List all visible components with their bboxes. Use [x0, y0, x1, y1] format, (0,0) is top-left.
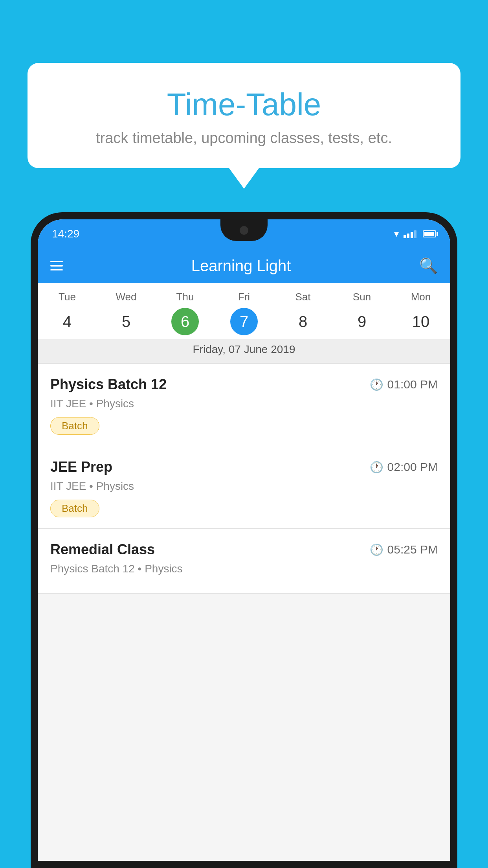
phone-inner: 14:29 ▾ — [38, 219, 450, 861]
day-name: Thu — [176, 291, 194, 303]
selected-date-label: Friday, 07 June 2019 — [38, 339, 450, 363]
day-name: Wed — [116, 291, 137, 303]
class-meta: Physics Batch 12 • Physics — [50, 563, 438, 575]
batch-tag: Batch — [50, 417, 99, 435]
clock-icon: 🕐 — [370, 461, 383, 474]
calendar-section: Tue4Wed5Thu6Fri7Sat8Sun9Mon10 Friday, 07… — [38, 283, 450, 363]
content-area: Physics Batch 12🕐01:00 PMIIT JEE • Physi… — [38, 364, 450, 594]
phone-frame: 14:29 ▾ — [31, 212, 457, 868]
day-number[interactable]: 4 — [53, 308, 81, 335]
menu-icon[interactable] — [50, 261, 63, 271]
class-time: 🕐01:00 PM — [370, 378, 438, 391]
day-col-mon[interactable]: Mon10 — [391, 291, 450, 335]
class-item[interactable]: Remedial Class🕐05:25 PMPhysics Batch 12 … — [38, 529, 450, 594]
day-col-fri[interactable]: Fri7 — [215, 291, 273, 335]
day-col-thu[interactable]: Thu6 — [156, 291, 215, 335]
batch-tag: Batch — [50, 500, 99, 517]
wifi-icon: ▾ — [394, 228, 399, 239]
class-meta: IIT JEE • Physics — [50, 397, 438, 410]
day-name: Sat — [295, 291, 310, 303]
class-name: Physics Batch 12 — [50, 376, 167, 393]
app-title: Learning Light — [63, 257, 419, 275]
day-name: Tue — [59, 291, 76, 303]
class-item[interactable]: Physics Batch 12🕐01:00 PMIIT JEE • Physi… — [38, 364, 450, 446]
clock-icon: 🕐 — [370, 543, 383, 556]
class-time: 🕐02:00 PM — [370, 460, 438, 474]
speech-bubble: Time-Table track timetable, upcoming cla… — [28, 63, 460, 168]
class-name: JEE Prep — [50, 459, 112, 475]
status-time: 14:29 — [52, 228, 79, 240]
day-name: Sun — [353, 291, 371, 303]
class-item[interactable]: JEE Prep🕐02:00 PMIIT JEE • PhysicsBatch — [38, 446, 450, 529]
day-col-tue[interactable]: Tue4 — [38, 291, 97, 335]
day-number[interactable]: 10 — [407, 308, 435, 335]
clock-icon: 🕐 — [370, 378, 383, 391]
day-number[interactable]: 6 — [171, 308, 199, 335]
day-name: Fri — [238, 291, 250, 303]
bubble-title: Time-Table — [43, 86, 445, 123]
speech-bubble-container: Time-Table track timetable, upcoming cla… — [28, 63, 460, 168]
day-number[interactable]: 7 — [230, 308, 258, 335]
day-name: Mon — [411, 291, 431, 303]
day-number[interactable]: 8 — [289, 308, 317, 335]
day-number[interactable]: 5 — [112, 308, 140, 335]
class-time: 🕐05:25 PM — [370, 543, 438, 556]
day-col-sun[interactable]: Sun9 — [332, 291, 391, 335]
notch — [220, 219, 268, 241]
days-row: Tue4Wed5Thu6Fri7Sat8Sun9Mon10 — [38, 283, 450, 339]
bubble-subtitle: track timetable, upcoming classes, tests… — [43, 130, 445, 147]
class-meta: IIT JEE • Physics — [50, 480, 438, 493]
status-icons: ▾ — [394, 228, 436, 239]
app-header: Learning Light 🔍 — [38, 248, 450, 283]
status-bar: 14:29 ▾ — [38, 219, 450, 248]
search-icon[interactable]: 🔍 — [419, 257, 438, 274]
day-col-wed[interactable]: Wed5 — [97, 291, 156, 335]
day-number[interactable]: 9 — [348, 308, 376, 335]
camera — [240, 226, 248, 235]
day-col-sat[interactable]: Sat8 — [273, 291, 332, 335]
battery-icon — [423, 230, 436, 237]
signal-bars — [404, 230, 416, 238]
class-name: Remedial Class — [50, 541, 155, 558]
